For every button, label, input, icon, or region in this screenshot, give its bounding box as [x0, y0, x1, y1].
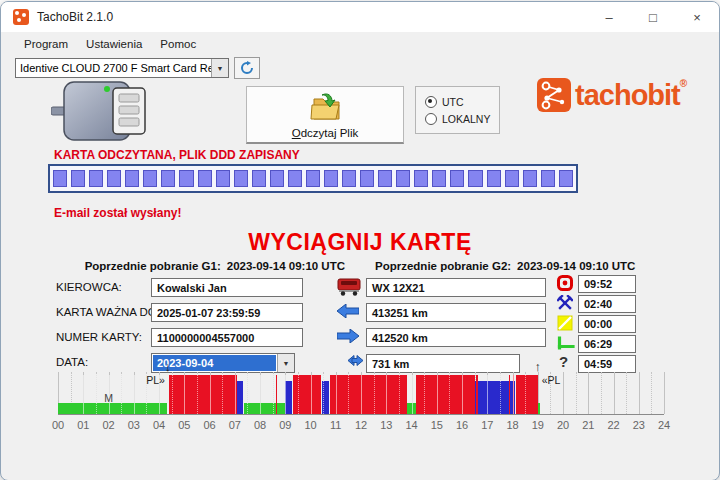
refresh-reader-button[interactable]	[234, 57, 260, 79]
hour-label: 22	[607, 419, 619, 431]
odometer-start-field[interactable]: 412520 km	[366, 328, 546, 347]
hour-label: 21	[582, 419, 594, 431]
reader-select[interactable]: Identive CLOUD 2700 F Smart Card Reader …	[15, 58, 229, 78]
maximize-button[interactable]: □	[631, 2, 675, 32]
gridline-overlay-half	[449, 375, 450, 414]
odometer-end-field[interactable]: 413251 km	[366, 303, 546, 322]
activity-bar-driving	[330, 375, 407, 414]
menu-pomoc[interactable]: Pomoc	[151, 34, 205, 54]
menu-program[interactable]: Program	[15, 34, 77, 54]
driver-field[interactable]: Kowalski Jan	[151, 278, 303, 297]
gridline-overlay-half	[525, 375, 526, 414]
read-file-button[interactable]: Odczytaj Plik	[246, 86, 404, 144]
hour-label: 06	[203, 419, 215, 431]
card-withdrawal-arrow-icon: ↑	[535, 359, 542, 374]
gridline-overlay-half	[121, 375, 122, 414]
activity-bar-rest	[244, 403, 285, 414]
progress-block	[487, 170, 501, 187]
progress-block	[143, 170, 157, 187]
menu-ustawienia[interactable]: Ustawienia	[77, 34, 151, 54]
reader-select-value: Identive CLOUD 2700 F Smart Card Reader …	[16, 62, 211, 74]
activity-bar-driving	[516, 375, 538, 414]
activity-bar-driving	[509, 375, 511, 414]
radio-utc-circle-icon[interactable]	[425, 96, 437, 108]
gridline-overlay-half	[348, 375, 349, 414]
gridline-overlay-half	[500, 375, 501, 414]
brand-name: tachobit	[575, 78, 680, 112]
progress-block	[125, 170, 139, 187]
read-file-button-label: Odczytaj Plik	[292, 127, 358, 139]
prev-g2-label: Poprzednie pobranie G2:	[375, 260, 511, 272]
plate-field[interactable]: WX 12X21	[366, 278, 546, 297]
gridline-overlay-hour	[285, 375, 286, 414]
activity-bar-driving	[169, 375, 237, 414]
menu-bar: Program Ustawienia Pomoc	[1, 32, 719, 56]
minimize-button[interactable]: –	[587, 2, 631, 32]
gridline-overlay-half	[96, 375, 97, 414]
rest-activity-icon	[557, 335, 575, 351]
driving-time-field: 09:52	[578, 275, 636, 293]
progress-block	[71, 170, 85, 187]
progress-block	[306, 170, 320, 187]
gridline-overlay-hour	[260, 375, 261, 414]
gridline-overlay-half	[399, 375, 400, 414]
gridline-overlay-hour	[462, 375, 463, 414]
driver-label: KIEROWCA:	[56, 281, 122, 293]
hour-label: 07	[229, 419, 241, 431]
progress-block	[107, 170, 121, 187]
activity-bar-driving	[476, 375, 478, 414]
gridline-overlay-hour	[210, 375, 211, 414]
time-mode-group: UTC LOKALNY	[415, 86, 500, 134]
gridline-overlay-hour	[513, 375, 514, 414]
rest-time-field: 06:29	[578, 335, 636, 353]
gridline-overlay-half	[273, 375, 274, 414]
gridline-overlay-half	[172, 375, 173, 414]
gridline-overlay-half	[424, 375, 425, 414]
progress-block	[161, 170, 175, 187]
hour-label: 12	[355, 419, 367, 431]
progress-block	[523, 170, 537, 187]
hour-label: 09	[279, 419, 291, 431]
gridline-overlay-half	[222, 375, 223, 414]
card-number-field[interactable]: 1100000004557000	[151, 328, 303, 347]
gridline-overlay-hour	[184, 375, 185, 414]
registered-mark: ®	[680, 78, 687, 89]
gridline-overlay-half	[298, 375, 299, 414]
gridline-hour	[588, 372, 589, 414]
gridline-overlay-half	[247, 375, 248, 414]
radio-lokalny[interactable]: LOKALNY	[425, 113, 499, 125]
folder-read-icon	[308, 93, 342, 123]
progress-block	[234, 170, 248, 187]
close-button[interactable]: ×	[675, 2, 719, 32]
hour-label: 24	[658, 419, 670, 431]
driving-activity-icon	[557, 275, 573, 291]
gridline-overlay-half	[323, 375, 324, 414]
arrows-converge-icon	[337, 355, 363, 366]
gridline-hour	[614, 372, 615, 414]
gridline-overlay-hour	[437, 375, 438, 414]
hour-label: 00	[52, 419, 64, 431]
radio-lokalny-circle-icon[interactable]	[425, 113, 437, 125]
prev-g1-label: Poprzednie pobranie G1:	[85, 260, 221, 272]
app-window: TachoBit 2.1.0 – □ × Program Ustawienia …	[0, 1, 720, 480]
progress-block	[559, 170, 573, 187]
gridline-overlay-hour	[361, 375, 362, 414]
activity-chart: 0001020304050607080910111213141516171819…	[58, 366, 664, 446]
radio-utc[interactable]: UTC	[425, 96, 499, 108]
progress-block	[396, 170, 410, 187]
availability-time-field: 00:00	[578, 315, 636, 333]
card-valid-field[interactable]: 2025-01-07 23:59:59	[151, 303, 303, 322]
brand-logo: tachobit ®	[537, 78, 687, 112]
hour-label: 10	[304, 419, 316, 431]
reader-led-icon	[104, 86, 110, 92]
tachobit-logo-icon	[537, 78, 571, 112]
activity-bar-rest	[538, 403, 541, 414]
gridline-overlay-hour	[412, 375, 413, 414]
arrow-left-icon	[337, 304, 359, 318]
gridline-half-hour	[576, 372, 577, 414]
progress-block	[450, 170, 464, 187]
chart-baseline	[58, 414, 664, 415]
hour-label: 02	[102, 419, 114, 431]
chevron-down-icon[interactable]: ▼	[211, 59, 228, 77]
card-reader-image	[51, 78, 155, 146]
